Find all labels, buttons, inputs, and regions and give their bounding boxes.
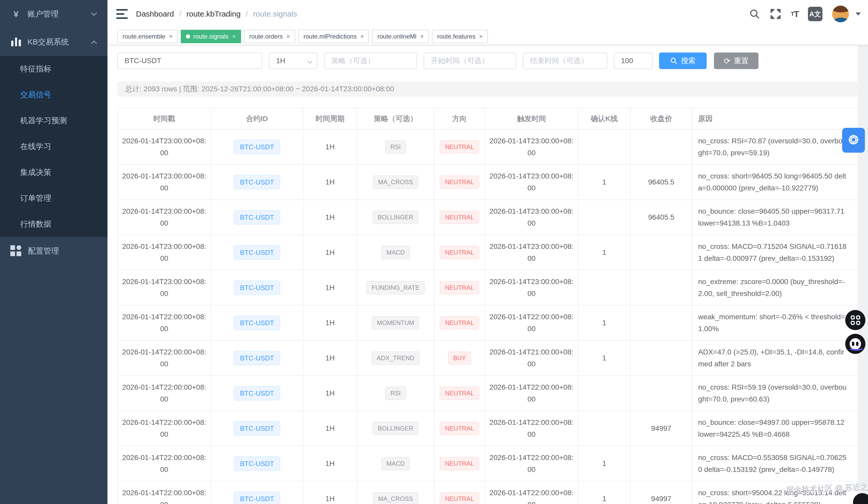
sidebar-subitem-5[interactable]: 订单管理 <box>0 185 107 211</box>
hamburger-icon[interactable] <box>116 9 128 19</box>
interval-select[interactable]: 1H <box>269 53 318 69</box>
direction-tag: NEUTRAL <box>440 176 479 189</box>
sidebar-subitem-2[interactable]: 机器学习预测 <box>0 108 107 134</box>
settings-fab[interactable] <box>842 128 865 153</box>
column-header: 触发时间 <box>485 108 578 129</box>
tab-label: route.ensemble <box>123 33 165 40</box>
trigger-time-cell: 2026-01-14T23:00:00+08:00 <box>485 130 578 164</box>
timestamp-cell: 2026-01-14T23:00:00+08:00 <box>118 270 211 305</box>
contract-cell: BTC-USDT <box>211 270 303 305</box>
trigger-time-cell: 2026-01-14T22:00:00+08:00 <box>485 306 578 340</box>
grid-icon <box>10 245 22 257</box>
close-icon[interactable]: × <box>360 33 364 40</box>
contract-cell: BTC-USDT <box>211 235 303 270</box>
column-header: 原因 <box>692 108 858 129</box>
chevron-up-icon <box>91 41 97 46</box>
table-row: 2026-01-14T22:00:00+08:00BTC-USDT1HADX_T… <box>118 341 858 376</box>
close-icon[interactable]: × <box>286 33 290 40</box>
language-icon[interactable]: A文 <box>808 7 823 21</box>
period-cell: 1H <box>303 341 357 375</box>
strategy-input[interactable]: 策略（可选） <box>324 53 417 69</box>
contract-tag: BTC-USDT <box>234 492 280 504</box>
sidebar-subitem-1[interactable]: 交易信号 <box>0 82 107 108</box>
tab-route.signals[interactable]: route.signals× <box>181 30 241 43</box>
tab-route.features[interactable]: route.features× <box>432 30 488 43</box>
strategy-tag: ADX_TREND <box>372 351 420 365</box>
close-price-cell: 96405.5 <box>631 165 692 199</box>
period-cell: 1H <box>303 130 357 164</box>
extension-clover-fab[interactable] <box>845 310 865 330</box>
tab-label: route.onlineMl <box>377 33 416 40</box>
sidebar-item-label: KB交易系统 <box>28 37 69 48</box>
direction-cell: NEUTRAL <box>435 306 485 340</box>
direction-cell: NEUTRAL <box>435 446 485 481</box>
search-icon[interactable] <box>749 8 760 20</box>
confirm-kline-cell <box>578 376 631 411</box>
close-icon[interactable]: × <box>479 33 483 40</box>
strategy-cell: BOLLINGER <box>357 411 435 446</box>
confirm-kline-cell: 1 <box>578 482 631 504</box>
period-cell: 1H <box>303 376 357 411</box>
column-header: 策略（可选） <box>357 108 435 129</box>
direction-cell: NEUTRAL <box>435 482 485 504</box>
end-time-input[interactable]: 结束时间（可选） <box>523 53 607 69</box>
close-icon[interactable]: × <box>232 33 236 40</box>
timestamp-cell: 2026-01-14T22:00:00+08:00 <box>118 482 211 504</box>
close-price-cell <box>631 446 692 481</box>
table-row: 2026-01-14T22:00:00+08:00BTC-USDT1HBOLLI… <box>118 411 858 446</box>
table-row: 2026-01-14T23:00:00+08:00BTC-USDT1HRSINE… <box>118 130 858 165</box>
tab-route.mlPredictions[interactable]: route.mlPredictions× <box>298 30 369 43</box>
trigger-time-cell: 2026-01-14T22:00:00+08:00 <box>485 376 578 411</box>
tab-route.ensemble[interactable]: route.ensemble× <box>117 30 178 43</box>
reason-cell: no_extreme: zscore=0.0000 (buy_threshold… <box>692 270 858 305</box>
breadcrumb-item[interactable]: route.kbTrading <box>186 10 240 18</box>
breadcrumb-item[interactable]: Dashboard <box>136 10 174 18</box>
result-summary: 总计: 2093 rows | 范围: 2025-12-26T21:00:00+… <box>117 82 858 96</box>
search-button[interactable]: 搜索 <box>659 53 707 69</box>
fullscreen-icon[interactable] <box>769 8 782 20</box>
column-header: 时间戳 <box>118 108 211 129</box>
strategy-tag: RSI <box>385 387 406 400</box>
close-icon[interactable]: × <box>420 33 424 40</box>
reason-cell: no_bounce: close=94997.00 upper=95878.12… <box>692 411 858 446</box>
limit-input[interactable]: 100 <box>614 53 653 69</box>
close-icon[interactable]: × <box>169 33 173 40</box>
caret-down-icon[interactable] <box>856 12 861 15</box>
font-size-icon[interactable]: TT <box>791 9 799 19</box>
direction-tag: NEUTRAL <box>440 387 479 400</box>
direction-tag: NEUTRAL <box>440 316 479 329</box>
confirm-kline-cell <box>578 200 631 235</box>
symbol-input[interactable]: BTC-USDT <box>117 53 262 69</box>
gear-icon <box>847 133 860 147</box>
reset-button[interactable]: ⟳重置 <box>714 53 758 69</box>
sidebar-subitem-6[interactable]: 行情数据 <box>0 211 107 237</box>
table-row: 2026-01-14T22:00:00+08:00BTC-USDT1HMOMEN… <box>118 306 858 341</box>
strategy-cell: RSI <box>357 130 435 164</box>
tab-label: route.features <box>437 33 475 40</box>
strategy-cell: MA_CROSS <box>357 165 435 199</box>
trigger-time-cell: 2026-01-14T22:00:00+08:00 <box>485 446 578 481</box>
right-gutter <box>858 45 868 504</box>
table-row: 2026-01-14T22:00:00+08:00BTC-USDT1HMACDN… <box>118 446 858 482</box>
strategy-tag: RSI <box>385 140 406 154</box>
sidebar-item-kb-system[interactable]: KB交易系统 <box>0 28 107 56</box>
start-time-input[interactable]: 开始时间（可选） <box>424 53 516 69</box>
sidebar-subitem-4[interactable]: 集成决策 <box>0 159 107 185</box>
sidebar-subitem-0[interactable]: 特征指标 <box>0 56 107 82</box>
period-cell: 1H <box>303 411 357 446</box>
strategy-tag: BOLLINGER <box>373 422 418 435</box>
sidebar-item-account[interactable]: ¥ 账户管理 <box>0 0 107 28</box>
sidebar-item-label: 账户管理 <box>28 9 59 19</box>
timestamp-cell: 2026-01-14T22:00:00+08:00 <box>118 341 211 375</box>
avatar[interactable] <box>832 5 849 23</box>
tab-route.orders[interactable]: route.orders× <box>244 30 295 43</box>
sidebar-subitem-3[interactable]: 在线学习 <box>0 134 107 159</box>
contract-cell: BTC-USDT <box>211 200 303 235</box>
period-cell: 1H <box>303 482 357 504</box>
extension-assistant-fab[interactable] <box>845 334 865 354</box>
timestamp-cell: 2026-01-14T22:00:00+08:00 <box>118 446 211 481</box>
sidebar-item-config[interactable]: 配置管理 <box>0 237 107 265</box>
tab-route.onlineMl[interactable]: route.onlineMl× <box>372 30 429 43</box>
signals-table: 时间戳合约ID时间周期策略（可选）方向触发时间确认K线收盘价原因2026-01-… <box>117 108 858 504</box>
breadcrumb-separator: / <box>179 10 181 18</box>
